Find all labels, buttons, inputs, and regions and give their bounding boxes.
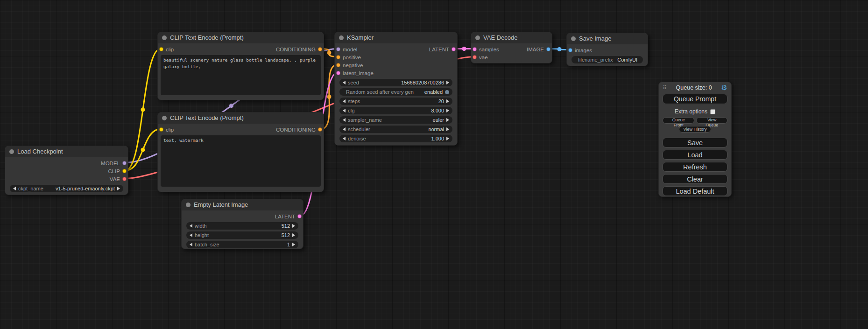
widget-denoise[interactable]: denoise 1.000: [339, 135, 452, 142]
collapse-dot-icon[interactable]: [9, 149, 14, 154]
queue-prompt-button[interactable]: Queue Prompt: [663, 94, 727, 104]
arrow-right-icon[interactable]: [292, 233, 295, 237]
widget-batch-size[interactable]: batch_size 1: [186, 241, 298, 248]
conditioning-socket-icon[interactable]: [336, 63, 340, 67]
arrow-right-icon[interactable]: [446, 137, 449, 140]
view-queue-button[interactable]: View Queue: [696, 117, 727, 124]
latent-socket-icon[interactable]: [297, 214, 302, 218]
node-title-bar[interactable]: Load Checkpoint: [5, 146, 128, 157]
widget-filename-prefix[interactable]: filename_prefix ComfyUI: [572, 56, 643, 63]
clip-socket-icon[interactable]: [122, 169, 127, 173]
node-title-bar[interactable]: CLIP Text Encode (Prompt): [158, 112, 324, 124]
widget-width[interactable]: width 512: [186, 222, 298, 230]
prompt-textarea[interactable]: text, watermark: [161, 135, 321, 187]
latent-socket-icon[interactable]: [473, 47, 477, 51]
collapse-dot-icon[interactable]: [162, 35, 167, 40]
arrow-right-icon[interactable]: [446, 127, 449, 131]
input-slot-vae[interactable]: vae: [471, 53, 488, 61]
widget-ckpt-name[interactable]: ckpt_name v1-5-pruned-emaonly.ckpt: [10, 185, 123, 192]
output-slot-clip[interactable]: CLIP: [108, 167, 128, 175]
input-slot-latent-image[interactable]: latent_image: [335, 69, 374, 77]
conditioning-socket-icon[interactable]: [336, 55, 340, 59]
collapse-dot-icon[interactable]: [339, 35, 344, 40]
view-history-button[interactable]: View History: [679, 126, 712, 133]
widget-height[interactable]: height 512: [186, 231, 298, 239]
arrow-right-icon[interactable]: [292, 243, 295, 246]
node-title-bar[interactable]: VAE Decode: [471, 32, 552, 43]
arrow-left-icon[interactable]: [190, 224, 192, 228]
input-slot-clip[interactable]: clip: [158, 45, 174, 53]
widget-scheduler[interactable]: scheduler normal: [339, 126, 452, 133]
input-slot-negative[interactable]: negative: [335, 61, 363, 69]
queue-front-button[interactable]: Queue Front: [663, 117, 694, 124]
vae-socket-icon[interactable]: [122, 177, 127, 181]
collapse-dot-icon[interactable]: [186, 203, 191, 207]
node-title-bar[interactable]: Empty Latent Image: [182, 199, 303, 210]
output-slot-vae[interactable]: VAE: [110, 175, 128, 183]
collapse-dot-icon[interactable]: [571, 36, 576, 41]
output-slot-conditioning[interactable]: CONDITIONING: [276, 126, 324, 133]
arrow-right-icon[interactable]: [446, 109, 449, 112]
clip-socket-icon[interactable]: [159, 47, 163, 51]
arrow-left-icon[interactable]: [190, 233, 192, 237]
model-socket-icon[interactable]: [122, 161, 127, 165]
save-button[interactable]: Save: [663, 138, 727, 147]
arrow-left-icon[interactable]: [343, 81, 346, 84]
arrow-left-icon[interactable]: [343, 99, 346, 103]
load-default-button[interactable]: Load Default: [663, 186, 727, 196]
arrow-right-icon[interactable]: [292, 224, 295, 228]
vae-socket-icon[interactable]: [473, 55, 477, 59]
widget-steps[interactable]: steps 20: [339, 98, 452, 105]
output-slot-image[interactable]: IMAGE: [527, 45, 552, 53]
link-wire-clip[interactable]: [125, 129, 161, 171]
node-title-bar[interactable]: Save Image: [567, 33, 648, 44]
widget-sampler-name[interactable]: sampler_name euler: [339, 116, 452, 124]
settings-gear-icon[interactable]: ⚙: [721, 84, 727, 92]
arrow-left-icon[interactable]: [190, 243, 192, 246]
collapse-dot-icon[interactable]: [162, 116, 167, 120]
arrow-left-icon[interactable]: [13, 187, 16, 190]
prompt-textarea[interactable]: beautiful scenery nature glass bottle la…: [161, 55, 321, 95]
node-title-bar[interactable]: KSampler: [335, 32, 457, 43]
arrow-left-icon[interactable]: [343, 137, 346, 140]
load-button[interactable]: Load: [663, 150, 727, 160]
link-wire-clip[interactable]: [125, 49, 161, 171]
node-title-bar[interactable]: CLIP Text Encode (Prompt): [158, 32, 324, 43]
output-slot-latent[interactable]: LATENT: [429, 45, 457, 53]
input-slot-clip[interactable]: clip: [158, 126, 174, 133]
image-socket-icon[interactable]: [546, 47, 550, 51]
arrow-left-icon[interactable]: [343, 109, 346, 112]
output-slot-latent[interactable]: LATENT: [275, 212, 303, 220]
model-socket-icon[interactable]: [336, 47, 340, 51]
node-ksampler[interactable]: KSampler model LATENT positive: [334, 32, 458, 146]
arrow-left-icon[interactable]: [343, 127, 346, 131]
graph-canvas[interactable]: Load Checkpoint MODEL CLIP VAE: [0, 0, 868, 329]
arrow-left-icon[interactable]: [343, 118, 346, 122]
node-load-checkpoint[interactable]: Load Checkpoint MODEL CLIP VAE: [5, 146, 128, 195]
clear-button[interactable]: Clear: [663, 174, 727, 184]
latent-socket-icon[interactable]: [452, 47, 456, 51]
widget-random-seed-toggle[interactable]: Random seed after every gen enabled: [339, 88, 452, 96]
input-slot-positive[interactable]: positive: [335, 53, 361, 61]
latent-socket-icon[interactable]: [336, 71, 340, 75]
output-slot-model[interactable]: MODEL: [101, 159, 128, 167]
node-clip-text-encode-positive[interactable]: CLIP Text Encode (Prompt) clip CONDITION…: [157, 32, 324, 100]
output-slot-conditioning[interactable]: CONDITIONING: [276, 45, 324, 53]
refresh-button[interactable]: Refresh: [663, 162, 727, 172]
clip-socket-icon[interactable]: [159, 127, 163, 132]
node-clip-text-encode-negative[interactable]: CLIP Text Encode (Prompt) clip CONDITION…: [157, 112, 324, 192]
arrow-right-icon[interactable]: [446, 99, 449, 103]
input-slot-images[interactable]: images: [567, 46, 592, 54]
drag-handle-icon[interactable]: ⠿: [663, 84, 667, 91]
widget-seed[interactable]: seed 156680208700286: [339, 79, 452, 86]
input-slot-samples[interactable]: samples: [471, 45, 499, 53]
arrow-right-icon[interactable]: [446, 81, 449, 84]
collapse-dot-icon[interactable]: [475, 35, 480, 40]
widget-cfg[interactable]: cfg 8.000: [339, 107, 452, 114]
arrow-right-icon[interactable]: [117, 187, 120, 190]
node-save-image[interactable]: Save Image images filename_prefix ComfyU…: [566, 33, 648, 66]
image-socket-icon[interactable]: [568, 48, 572, 52]
input-slot-model[interactable]: model: [335, 45, 357, 53]
node-empty-latent-image[interactable]: Empty Latent Image LATENT width 512 heig…: [181, 199, 303, 249]
extra-options-checkbox[interactable]: [710, 109, 715, 114]
